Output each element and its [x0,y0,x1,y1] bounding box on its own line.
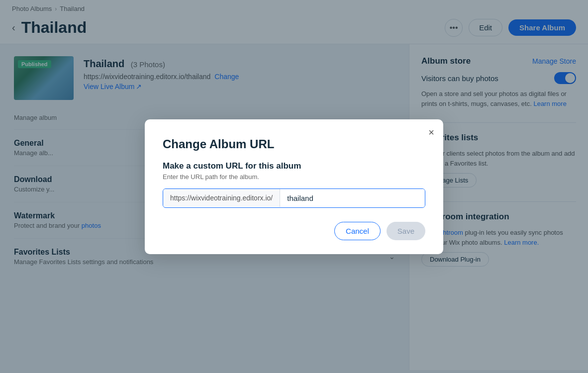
modal-subtitle: Make a custom URL for this album [163,161,425,171]
modal-actions: Cancel Save [163,222,425,240]
url-path-input[interactable] [280,189,425,207]
cancel-button[interactable]: Cancel [334,222,381,240]
modal-title: Change Album URL [163,137,425,151]
url-input-row: https://wixvideotraining.editorx.io/ [163,188,425,208]
change-album-url-modal: × Change Album URL Make a custom URL for… [145,119,443,254]
url-prefix: https://wixvideotraining.editorx.io/ [163,189,280,207]
save-button[interactable]: Save [387,222,425,240]
modal-close-button[interactable]: × [428,127,434,137]
modal-overlay[interactable]: × Change Album URL Make a custom URL for… [0,0,588,373]
modal-hint: Enter the URL path for the album. [163,173,425,181]
